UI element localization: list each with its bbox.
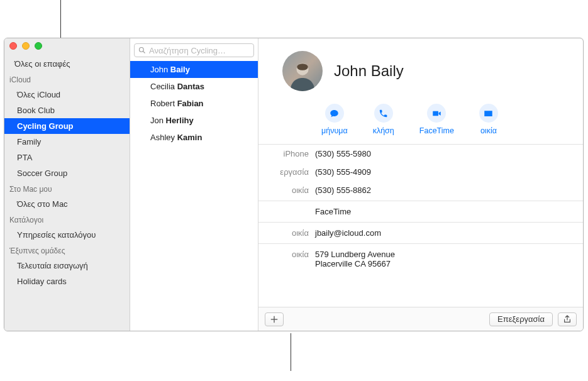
svg-point-3 [297, 64, 308, 70]
phone-row-iphone[interactable]: iPhone (530) 555-5980 [258, 145, 583, 163]
email-row[interactable]: οικία jbaily@icloud.com [258, 224, 583, 242]
minimize-window-button[interactable] [22, 42, 30, 50]
contact-card: John Baily μήνυμα κλήση FaceTime οικία [258, 38, 583, 331]
sidebar-item-holiday-cards[interactable]: Holiday cards [4, 273, 130, 289]
address-value: 579 Lundberg Avenue Placerville CA 95667 [315, 250, 583, 268]
phone-row-home[interactable]: οικία (530) 555-8862 [258, 181, 583, 199]
phone-label: εργασία [258, 167, 315, 177]
svg-point-0 [140, 48, 144, 52]
search-input[interactable]: Αναζήτηση Cycling… [134, 43, 254, 57]
contact-row-jon-herlihy[interactable]: Jon Herlihy [130, 112, 258, 129]
video-icon [432, 109, 441, 118]
address-label: οικία [258, 250, 315, 268]
call-label: κλήση [373, 126, 394, 135]
quick-actions: μήνυμα κλήση FaceTime οικία [258, 99, 583, 144]
callout-line-bottom [291, 333, 291, 356]
contact-row-ashley-kamin[interactable]: Ashley Kamin [130, 129, 258, 146]
contact-name: John Baily [334, 62, 404, 80]
contacts-list-column: Αναζήτηση Cycling… John Baily Cecilia Da… [130, 38, 258, 331]
phone-label: iPhone [258, 149, 315, 158]
close-window-button[interactable] [9, 42, 17, 50]
call-action[interactable]: κλήση [373, 104, 394, 135]
sidebar-header-icloud: iCloud [4, 72, 130, 87]
all-contacts-item[interactable]: Όλες οι επαφές [4, 56, 130, 72]
plus-icon [270, 315, 279, 324]
add-button[interactable] [265, 312, 284, 326]
envelope-icon [484, 109, 493, 118]
sidebar-item-all-icloud[interactable]: Όλες iCloud [4, 87, 130, 102]
phone-icon [379, 109, 388, 118]
sidebar-item-cycling-group[interactable]: Cycling Group [4, 118, 130, 134]
facetime-row[interactable]: FaceTime [258, 202, 583, 221]
svg-line-1 [143, 52, 145, 53]
sidebar-header-directories: Κατάλογοι [4, 212, 130, 227]
address-row[interactable]: οικία 579 Lundberg Avenue Placerville CA… [258, 245, 583, 273]
callout-line-top [60, 0, 61, 40]
zoom-window-button[interactable] [35, 42, 42, 50]
groups-sidebar: Όλες οι επαφές iCloud Όλες iCloud Book C… [4, 38, 130, 331]
sidebar-item-last-import[interactable]: Τελευταία εισαγωγή [4, 258, 130, 273]
share-button[interactable] [558, 312, 577, 326]
sidebar-header-smart-groups: Έξυπνες ομάδες [4, 243, 130, 258]
search-icon [138, 47, 146, 54]
search-placeholder: Αναζήτηση Cycling… [149, 46, 226, 55]
facetime-action[interactable]: FaceTime [419, 104, 454, 135]
sidebar-item-directory-services[interactable]: Υπηρεσίες καταλόγου [4, 227, 130, 243]
email-action[interactable]: οικία [479, 104, 498, 135]
phone-value: (530) 555-8862 [315, 185, 583, 195]
message-icon [330, 109, 339, 118]
contact-fields: iPhone (530) 555-5980 εργασία (530) 555-… [258, 144, 583, 273]
card-footer: Επεξεργασία [258, 307, 583, 331]
message-label: μήνυμα [321, 126, 348, 135]
phone-value: (530) 555-4909 [315, 167, 583, 177]
sidebar-item-all-onmac[interactable]: Όλες στο Mac [4, 196, 130, 212]
edit-button[interactable]: Επεξεργασία [489, 312, 553, 326]
message-action[interactable]: μήνυμα [321, 104, 348, 135]
email-value: jbaily@icloud.com [315, 228, 583, 238]
window-controls [9, 42, 42, 50]
phone-value: (530) 555-5980 [315, 149, 583, 158]
sidebar-item-family[interactable]: Family [4, 134, 130, 150]
avatar-person-icon [285, 56, 320, 91]
contact-row-john-baily[interactable]: John Baily [130, 61, 258, 78]
phone-label: οικία [258, 185, 315, 195]
sidebar-header-onmymac: Στο Mac μου [4, 181, 130, 196]
email-action-label: οικία [480, 126, 497, 135]
sidebar-item-soccer-group[interactable]: Soccer Group [4, 165, 130, 181]
sidebar-item-pta[interactable]: PTA [4, 150, 130, 165]
contact-row-robert-fabian[interactable]: Robert Fabian [130, 95, 258, 112]
sidebar-item-book-club[interactable]: Book Club [4, 102, 130, 118]
facetime-value: FaceTime [315, 207, 583, 216]
facetime-label: FaceTime [419, 126, 454, 135]
contact-row-cecilia-dantas[interactable]: Cecilia Dantas [130, 78, 258, 95]
share-icon [563, 315, 572, 324]
contacts-window: Όλες οι επαφές iCloud Όλες iCloud Book C… [4, 38, 584, 331]
phone-row-work[interactable]: εργασία (530) 555-4909 [258, 163, 583, 181]
email-label: οικία [258, 228, 315, 238]
avatar[interactable] [282, 51, 323, 91]
